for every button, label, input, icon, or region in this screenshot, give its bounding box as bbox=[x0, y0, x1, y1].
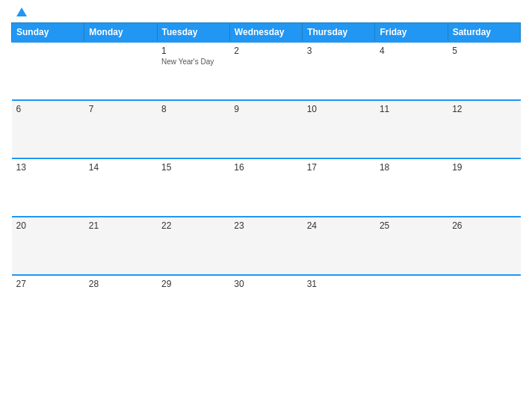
week-row-3: 20212223242526 bbox=[12, 217, 521, 275]
calendar-cell: 30 bbox=[229, 275, 302, 333]
calendar-cell: 21 bbox=[84, 217, 157, 275]
day-number: 24 bbox=[307, 220, 371, 231]
week-row-0: 1New Year's Day2345 bbox=[12, 42, 521, 100]
day-number: 1 bbox=[161, 46, 225, 56]
day-number: 15 bbox=[161, 162, 225, 173]
calendar-cell: 18 bbox=[375, 158, 448, 217]
day-header-tuesday: Tuesday bbox=[157, 23, 229, 43]
calendar-cell: 7 bbox=[84, 100, 157, 158]
day-number: 25 bbox=[380, 220, 443, 231]
calendar-cell: 17 bbox=[303, 158, 375, 217]
calendar-cell: 29 bbox=[157, 275, 229, 333]
calendar-cell: 11 bbox=[375, 100, 448, 158]
day-header-saturday: Saturday bbox=[448, 23, 520, 43]
calendar-cell: 22 bbox=[157, 217, 229, 275]
calendar-cell: 27 bbox=[12, 275, 84, 333]
day-number: 26 bbox=[452, 220, 516, 231]
calendar-cell: 26 bbox=[448, 217, 520, 275]
calendar-cell: 14 bbox=[84, 158, 157, 217]
day-number: 6 bbox=[16, 104, 80, 114]
day-number: 21 bbox=[89, 220, 152, 231]
calendar-cell bbox=[375, 275, 448, 333]
day-header-thursday: Thursday bbox=[303, 23, 375, 43]
calendar-cell: 2 bbox=[229, 42, 302, 100]
holiday-label: New Year's Day bbox=[161, 58, 225, 66]
days-header-row: SundayMondayTuesdayWednesdayThursdayFrid… bbox=[12, 23, 521, 43]
day-number: 31 bbox=[307, 279, 371, 289]
calendar-cell: 1New Year's Day bbox=[157, 42, 229, 100]
day-number: 18 bbox=[380, 162, 443, 173]
day-header-monday: Monday bbox=[84, 23, 157, 43]
day-number: 3 bbox=[307, 46, 371, 56]
calendar-cell: 9 bbox=[229, 100, 302, 158]
day-number: 11 bbox=[380, 104, 443, 114]
calendar-container: SundayMondayTuesdayWednesdayThursdayFrid… bbox=[0, 0, 532, 411]
day-number: 27 bbox=[16, 279, 80, 289]
day-number: 8 bbox=[161, 104, 225, 114]
week-row-2: 13141516171819 bbox=[12, 158, 521, 217]
day-header-sunday: Sunday bbox=[12, 23, 84, 43]
day-header-wednesday: Wednesday bbox=[229, 23, 302, 43]
calendar-cell: 5 bbox=[448, 42, 520, 100]
day-number: 10 bbox=[307, 104, 371, 114]
calendar-table: SundayMondayTuesdayWednesdayThursdayFrid… bbox=[11, 22, 521, 333]
day-number: 13 bbox=[16, 162, 80, 173]
logo-triangle-icon bbox=[16, 7, 27, 16]
day-number: 16 bbox=[234, 162, 297, 173]
day-number: 5 bbox=[452, 46, 516, 56]
calendar-cell bbox=[84, 42, 157, 100]
calendar-cell: 3 bbox=[303, 42, 375, 100]
week-row-1: 6789101112 bbox=[12, 100, 521, 158]
day-number: 29 bbox=[161, 279, 225, 289]
day-number: 23 bbox=[234, 220, 297, 231]
calendar-cell: 12 bbox=[448, 100, 520, 158]
logo bbox=[15, 7, 27, 16]
day-number: 19 bbox=[452, 162, 516, 173]
day-number: 22 bbox=[161, 220, 225, 231]
day-header-friday: Friday bbox=[375, 23, 448, 43]
day-number: 9 bbox=[234, 104, 297, 114]
calendar-cell: 20 bbox=[12, 217, 84, 275]
day-number: 14 bbox=[89, 162, 152, 173]
calendar-cell: 6 bbox=[12, 100, 84, 158]
calendar-cell: 23 bbox=[229, 217, 302, 275]
day-number: 12 bbox=[452, 104, 516, 114]
calendar-cell: 10 bbox=[303, 100, 375, 158]
calendar-cell: 24 bbox=[303, 217, 375, 275]
calendar-cell bbox=[12, 42, 84, 100]
calendar-cell bbox=[448, 275, 520, 333]
calendar-cell: 31 bbox=[303, 275, 375, 333]
day-number: 7 bbox=[89, 104, 152, 114]
calendar-cell: 25 bbox=[375, 217, 448, 275]
day-number: 17 bbox=[307, 162, 371, 173]
calendar-cell: 8 bbox=[157, 100, 229, 158]
calendar-cell: 15 bbox=[157, 158, 229, 217]
calendar-cell: 16 bbox=[229, 158, 302, 217]
day-number: 30 bbox=[234, 279, 297, 289]
calendar-header bbox=[11, 7, 521, 16]
day-number: 28 bbox=[89, 279, 152, 289]
calendar-cell: 28 bbox=[84, 275, 157, 333]
day-number: 2 bbox=[234, 46, 297, 56]
calendar-cell: 13 bbox=[12, 158, 84, 217]
week-row-4: 2728293031 bbox=[12, 275, 521, 333]
calendar-cell: 19 bbox=[448, 158, 520, 217]
day-number: 4 bbox=[380, 46, 443, 56]
calendar-cell: 4 bbox=[375, 42, 448, 100]
day-number: 20 bbox=[16, 220, 80, 231]
